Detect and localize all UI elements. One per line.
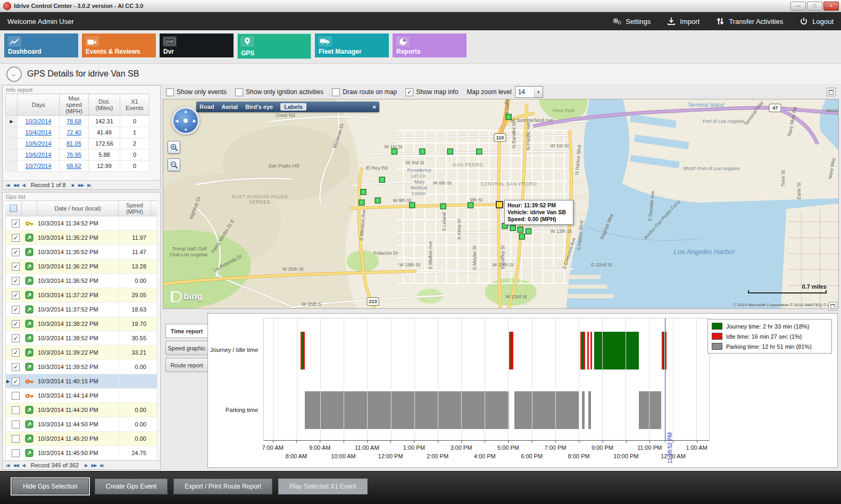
gps-list-row[interactable]: 10/3/2014 11:44:20 PM0.00 xyxy=(6,403,157,417)
pager-prev-button[interactable]: ◀ xyxy=(22,463,25,468)
row-checkbox[interactable] xyxy=(12,406,20,414)
pager-prev-button[interactable]: ◀◀ xyxy=(13,463,18,468)
gps-list-row[interactable]: ✓10/3/2014 11:39:22 PM33.21 xyxy=(6,346,157,360)
gps-point-marker[interactable] xyxy=(506,114,511,120)
footer-create-gps-event-button[interactable]: Create Gps Event xyxy=(95,478,168,494)
pager-prev-button[interactable]: ◀ xyxy=(22,183,25,188)
day-link[interactable]: 10/4/2014 xyxy=(26,129,52,136)
pager-prev-button[interactable]: |◀ xyxy=(6,183,9,188)
gps-point-marker[interactable] xyxy=(392,149,397,154)
row-checkbox[interactable]: ✓ xyxy=(12,334,20,342)
info-report-row[interactable]: 10/7/201468.6212.990 xyxy=(6,161,149,172)
row-checkbox[interactable]: ✓ xyxy=(12,234,20,242)
gps-point-marker[interactable] xyxy=(518,227,523,232)
gps-list-row[interactable]: ✓10/3/2014 11:37:52 PM18.63 xyxy=(6,303,157,317)
gps-point-marker[interactable] xyxy=(477,149,482,154)
zoom-out-button[interactable] xyxy=(168,158,180,171)
gps-point-marker[interactable] xyxy=(510,225,515,231)
col-x1-events[interactable]: X1 Events xyxy=(120,94,149,116)
pan-east-icon[interactable]: ▶ xyxy=(193,119,196,123)
gps-list-row[interactable]: ✓10/3/2014 11:38:52 PM30.55 xyxy=(6,331,157,346)
row-checkbox[interactable]: ✓ xyxy=(12,363,20,371)
gps-list-row[interactable]: 10/3/2014 11:44:14 PM xyxy=(6,389,157,403)
gps-point-marker[interactable] xyxy=(359,200,364,205)
topbar-settings-button[interactable]: Settings xyxy=(612,17,651,26)
map-zoom-select[interactable]: 14 ▼ xyxy=(515,86,543,98)
checkbox[interactable] xyxy=(235,88,243,96)
checkbox[interactable] xyxy=(332,88,340,96)
topbar-logout-button[interactable]: Logout xyxy=(799,17,834,26)
row-checkbox[interactable] xyxy=(12,435,20,443)
pager-next-button[interactable]: ▶| xyxy=(87,183,90,188)
gps-point-marker[interactable] xyxy=(468,203,473,208)
pager-prev-button[interactable]: |◀ xyxy=(6,463,9,468)
gps-point-marker[interactable] xyxy=(379,177,385,182)
row-checkbox[interactable] xyxy=(12,421,20,429)
map-style-aerial[interactable]: Aerial xyxy=(222,104,238,110)
gps-list-row[interactable]: 10/3/2014 11:45:50 PM24.75 xyxy=(6,446,157,460)
tab-time-report[interactable]: Time report xyxy=(165,324,207,338)
gps-point-marker[interactable] xyxy=(375,198,380,203)
info-report-row[interactable]: 10/4/201472.4041.491 xyxy=(6,127,149,138)
map-option-0[interactable]: Show only events xyxy=(166,88,227,96)
pager-next-button[interactable]: ▶▶ xyxy=(91,463,96,468)
tab-reports[interactable]: Reports xyxy=(393,33,467,57)
row-checkbox[interactable]: ✓ xyxy=(12,377,20,385)
gps-list-row[interactable]: ✓10/3/2014 11:37:22 PM29.05 xyxy=(6,288,157,303)
tab-gps[interactable]: GPS xyxy=(237,33,311,59)
zoom-in-button[interactable] xyxy=(168,141,180,154)
gps-list-row[interactable]: ✓10/3/2014 11:36:22 PM13.28 xyxy=(6,259,157,274)
row-checkbox[interactable]: ✓ xyxy=(12,306,20,314)
tab-dvr[interactable]: DVRDvr xyxy=(160,33,234,57)
row-checkbox[interactable]: ✓ xyxy=(12,320,20,328)
pan-north-icon[interactable]: ▲ xyxy=(184,109,188,114)
gps-list-row[interactable]: ✓10/3/2014 11:39:52 PM0.00 xyxy=(6,360,157,374)
row-checkbox[interactable] xyxy=(12,449,20,457)
close-button[interactable]: × xyxy=(823,2,839,11)
row-checkbox[interactable]: ✓ xyxy=(12,220,20,228)
gps-list-row[interactable]: 10/3/2014 11:45:20 PM0.00 xyxy=(6,432,157,446)
gps-point-marker[interactable] xyxy=(447,149,453,154)
gps-list-row[interactable]: ▶✓10/3/2014 11:40:15 PM xyxy=(6,374,157,389)
info-report-row[interactable]: 10/6/201476.955.880 xyxy=(6,149,149,161)
gps-point-marker[interactable] xyxy=(519,234,524,239)
row-checkbox[interactable]: ✓ xyxy=(12,291,20,299)
tab-fleet-manager[interactable]: Fleet Manager xyxy=(315,33,389,57)
tab-speed-graphic[interactable]: Speed graphic xyxy=(165,341,207,355)
map-option-1[interactable]: Show only ignition activities xyxy=(235,88,323,96)
max-speed-link[interactable]: 81.05 xyxy=(66,140,81,147)
col-speed[interactable]: Speed (MPH) xyxy=(119,201,151,216)
footer-export-print-route-report-button[interactable]: Export / Print Route Report xyxy=(173,478,272,494)
map-panel[interactable]: Crest RdW Summerland AvePeck ParkMirales… xyxy=(163,99,839,309)
max-speed-link[interactable]: 72.40 xyxy=(66,129,81,136)
topbar-import-button[interactable]: Import xyxy=(667,17,700,26)
back-button[interactable]: ← xyxy=(6,66,22,82)
footer-play-selected-x1-event-button[interactable]: Play Selected X1 Event xyxy=(278,478,367,494)
pan-south-icon[interactable]: ▼ xyxy=(184,128,188,132)
row-checkbox[interactable]: ✓ xyxy=(12,248,20,256)
chart-panel-expand-button[interactable] xyxy=(828,302,837,310)
gps-point-marker[interactable] xyxy=(440,204,446,209)
select-all-checkbox[interactable] xyxy=(10,205,17,212)
tab-route-report[interactable]: Route report xyxy=(165,358,207,372)
footer-hide-gps-selection-button[interactable]: Hide Gps Selection xyxy=(12,478,89,494)
row-checkbox[interactable] xyxy=(12,392,20,400)
info-report-row[interactable]: 10/5/201481.05172.562 xyxy=(6,138,149,149)
checkbox[interactable] xyxy=(166,88,174,96)
row-checkbox[interactable]: ✓ xyxy=(12,349,20,357)
row-checkbox[interactable]: ✓ xyxy=(12,263,20,271)
map-style-road[interactable]: Road xyxy=(199,104,214,110)
checkbox[interactable]: ✓ xyxy=(405,88,413,96)
day-link[interactable]: 10/7/2014 xyxy=(26,163,52,169)
map-option-2[interactable]: Draw route on map xyxy=(332,88,397,96)
col-distance[interactable]: Dist. (Miles) xyxy=(89,94,120,116)
select-all-cell[interactable] xyxy=(5,201,22,216)
tab-events-reviews[interactable]: Events & Reviews xyxy=(82,33,156,57)
gps-point-marker[interactable] xyxy=(420,149,425,154)
maximize-button[interactable]: □ xyxy=(807,2,822,11)
topbar-transfer-button[interactable]: Transfer Activities xyxy=(715,17,783,26)
pager-next-button[interactable]: ▶ xyxy=(85,463,87,468)
gps-list-row[interactable]: 10/3/2014 11:44:50 PM0.00 xyxy=(6,417,157,432)
chevron-down-icon[interactable]: ▼ xyxy=(534,87,543,97)
gps-list-row[interactable]: ✓10/3/2014 11:36:52 PM0.00 xyxy=(6,274,157,288)
